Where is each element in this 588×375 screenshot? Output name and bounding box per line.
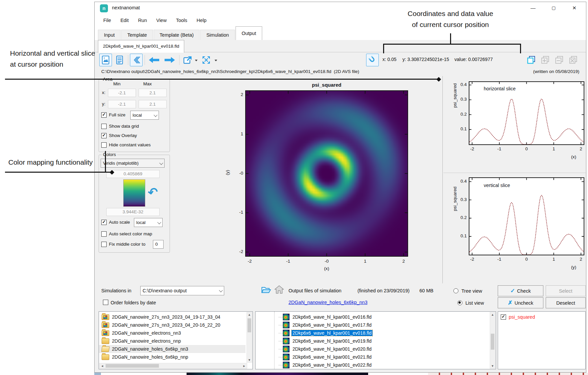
- copy-plot-button[interactable]: [525, 54, 538, 66]
- next-file-button[interactable]: [163, 54, 177, 66]
- slices-view-button[interactable]: [130, 54, 143, 66]
- folder-item[interactable]: 2DGaN_nanowire_27s_nn3_2023_04_19-17_33_…: [99, 313, 246, 321]
- folder-item[interactable]: 2DGaN_nanowire_holes_6x6kp_nn3: [99, 345, 246, 353]
- tree-view-radio[interactable]: [453, 288, 458, 293]
- menu-item-help[interactable]: Help: [197, 18, 207, 23]
- folder-icon: [102, 354, 109, 360]
- color-min-value-field[interactable]: 3.944E-32: [106, 208, 160, 216]
- variable-checkbox[interactable]: ✓: [501, 314, 506, 320]
- slices-splitter[interactable]: [442, 76, 443, 283]
- simulations-path-dropdown[interactable]: C:\D\nextnano output: [140, 286, 224, 295]
- heatmap-plot[interactable]: [245, 90, 408, 257]
- remove-plot-button[interactable]: [553, 54, 566, 66]
- tab-template-beta-[interactable]: Template (Beta): [154, 30, 200, 40]
- output-file-list[interactable]: 2Dkp6x6_wave_hl_kpar001_ev016.fld2Dkp6x6…: [255, 311, 496, 369]
- text-report-button[interactable]: [113, 54, 126, 66]
- show-overlay-checkbox[interactable]: ✓: [101, 133, 107, 138]
- auto-select-colormap-label: Auto select color map: [109, 231, 152, 236]
- file-name: 2Dkp6x6_wave_hl_kpar001_ev017.fld: [292, 322, 372, 328]
- folder-list-hscrollbar[interactable]: ◄ ►: [99, 363, 247, 369]
- list-view-radio[interactable]: [457, 300, 462, 305]
- colormap-dropdown[interactable]: Viridis (matplotlib): [101, 159, 165, 168]
- output-file-item[interactable]: 2Dkp6x6_wave_hl_kpar001_ev022.fld: [256, 361, 489, 369]
- file-name: 2Dkp6x6_wave_hl_kpar001_ev020.fld: [292, 346, 372, 352]
- fix-middle-color-value[interactable]: 0: [153, 240, 164, 249]
- area-x-max-field[interactable]: 2.1: [139, 89, 167, 97]
- output-file-item[interactable]: 2Dkp6x6_wave_hl_kpar001_ev016.fld: [256, 313, 489, 321]
- tab-output[interactable]: Output: [236, 26, 262, 40]
- output-file-item[interactable]: 2Dkp6x6_wave_hl_kpar001_ev019.fld: [256, 337, 489, 345]
- add-plot-button[interactable]: [539, 54, 552, 66]
- list-view-label: List view: [465, 300, 484, 306]
- folder-item[interactable]: 2DGaN_nanowire_electrons_nnp: [99, 337, 246, 345]
- full-size-checkbox[interactable]: ✓: [101, 112, 107, 118]
- folder-item[interactable]: 2DGaN_nanowire_holes_6x6kp_nnp: [99, 353, 246, 361]
- annotation-slice-callout: Horizontal and vertical slice at cursor …: [10, 48, 95, 70]
- menu-item-run[interactable]: Run: [138, 18, 147, 23]
- fix-middle-color-checkbox[interactable]: [101, 242, 107, 247]
- simulation-size-label: 60 MB: [419, 288, 433, 293]
- flip-colormap-icon[interactable]: ↶: [147, 185, 159, 200]
- folder-list-vscrollbar[interactable]: ▲ ▼: [247, 312, 252, 363]
- coords-callout-bracket: [383, 44, 521, 45]
- area-x-min-field[interactable]: -2.1: [108, 89, 136, 97]
- order-folders-checkbox[interactable]: [103, 300, 108, 305]
- select-button[interactable]: Select: [546, 285, 586, 296]
- file-name: 2Dkp6x6_wave_hl_kpar001_ev019.fld: [292, 338, 372, 344]
- previous-file-button[interactable]: [147, 54, 161, 66]
- fullscreen-button[interactable]: [200, 54, 213, 66]
- folder-item[interactable]: 2DGaN_nanowire_27s_nn3_2023_04_20-16_22_…: [99, 321, 246, 329]
- output-file-item[interactable]: 2Dkp6x6_wave_hl_kpar001_ev021.fld: [256, 353, 489, 361]
- full-size-label: Full size: [109, 112, 126, 117]
- fullscreen-dropdown-caret[interactable]: [215, 60, 217, 61]
- color-max-value-field[interactable]: 0.405869: [106, 170, 160, 178]
- simulation-folder-link[interactable]: 2DGaN_nanowire_holes_6x6kp_nn3: [289, 300, 367, 305]
- snap-cursor-magnet-button[interactable]: [366, 54, 379, 66]
- tab-template[interactable]: Template: [121, 30, 153, 40]
- heatmap-title: psi_squared: [245, 82, 408, 88]
- full-size-scope-dropdown[interactable]: local: [130, 111, 159, 120]
- open-folder-icon[interactable]: [261, 285, 271, 295]
- menu-item-tools[interactable]: Tools: [176, 18, 187, 23]
- close-button[interactable]: ✕: [565, 2, 584, 14]
- home-icon[interactable]: [275, 285, 284, 295]
- tick-label: 1: [549, 146, 559, 151]
- area-y-max-field[interactable]: 2.1: [139, 100, 167, 108]
- minimize-button[interactable]: —: [523, 2, 543, 14]
- auto-scale-scope-dropdown[interactable]: local: [134, 218, 163, 227]
- export-button[interactable]: [181, 54, 194, 66]
- slice-callout-line: [5, 79, 438, 80]
- menu-item-view[interactable]: View: [156, 18, 167, 23]
- hide-constant-values-checkbox[interactable]: [101, 142, 107, 148]
- tree-view-label: Tree view: [461, 288, 482, 294]
- variables-list[interactable]: ✓ psi_squared: [498, 311, 586, 369]
- tick-label: 2: [576, 257, 586, 262]
- folder-item[interactable]: 2DGaN_nanowire_electrons_nn3: [99, 329, 246, 337]
- output-file-item[interactable]: 2Dkp6x6_wave_hl_kpar001_ev017.fld: [256, 321, 489, 329]
- export-dropdown-caret[interactable]: [195, 60, 198, 61]
- tick-label: 0: [522, 146, 532, 151]
- auto-scale-checkbox[interactable]: ✓: [101, 220, 107, 225]
- check-button[interactable]: ✓Check: [498, 285, 543, 296]
- deselect-button[interactable]: Deselect: [546, 297, 586, 308]
- maximize-button[interactable]: ▢: [544, 2, 563, 14]
- cursor-y-readout: y: 3.30872245021e-15: [402, 57, 449, 62]
- tab-input[interactable]: Input: [98, 30, 121, 40]
- tick-label: 1: [360, 259, 370, 264]
- auto-select-colormap-checkbox[interactable]: [101, 231, 107, 237]
- output-file-item[interactable]: 2Dkp6x6_wave_hl_kpar001_ev020.fld: [256, 345, 489, 353]
- output-file-item[interactable]: 2Dkp6x6_wave_hl_kpar001_ev018.fld: [256, 329, 489, 337]
- tab-simulation[interactable]: Simulation: [200, 30, 235, 40]
- document-tab[interactable]: 2Dkp6x6_wave_hl_kpar001_ev018.fld: [98, 40, 184, 53]
- image-view-button[interactable]: [99, 54, 112, 66]
- menu-item-edit[interactable]: Edit: [120, 18, 129, 23]
- file-name: 2Dkp6x6_wave_hl_kpar001_ev022.fld: [292, 362, 372, 368]
- simulation-folder-list[interactable]: 2DGaN_nanowire_27s_nn3_2023_04_19-17_33_…: [99, 311, 253, 369]
- file-list-vscrollbar[interactable]: ▲ ▼: [490, 312, 495, 369]
- close-plot-button[interactable]: [567, 54, 580, 66]
- show-overlay-label: Show Overlay: [109, 133, 137, 138]
- show-data-grid-checkbox[interactable]: [101, 124, 107, 129]
- area-y-min-field[interactable]: -2.1: [108, 100, 136, 108]
- menu-item-file[interactable]: File: [103, 18, 111, 23]
- uncheck-button[interactable]: ✗Uncheck: [498, 297, 543, 308]
